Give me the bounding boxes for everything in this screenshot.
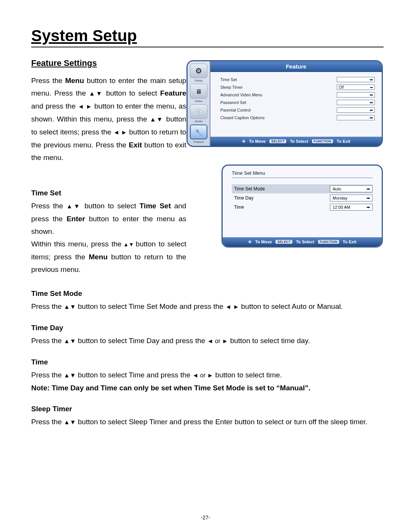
left-right-icon: ◄ ► (225, 304, 239, 310)
up-down-small-icon: ▴ ▾ (124, 241, 133, 248)
feature-tab (190, 125, 207, 139)
up-down-icon: ▲▼ (64, 419, 76, 425)
arrow-right-icon: ➡ (337, 107, 375, 113)
up-down-icon: ▲▼ (64, 372, 76, 379)
arrow-right-icon: ➡ (366, 205, 370, 210)
select-tag: SELECT (276, 240, 292, 244)
day-para: Press the ▲▼ button to select Time Day a… (31, 334, 384, 347)
monitor-icon (196, 87, 202, 96)
tab-label: Setup (195, 79, 203, 82)
sleep-heading: Sleep Timer (31, 405, 384, 413)
tab-label: Video (195, 99, 202, 103)
function-tag: FUNCTION (312, 139, 333, 143)
up-down-icon: ▲▼ (64, 304, 76, 310)
osd2-title: Time Set Menu (232, 170, 373, 178)
left-right-icon: ◄ ► (78, 103, 92, 110)
osd-footer: ✥To Move SELECTTo Select FUNCTIONTo Exit (210, 137, 382, 146)
feature-osd-screenshot: Setup Video Audio Feature Feature Time S… (186, 60, 383, 147)
up-down-icon: ▲▼ (64, 338, 76, 344)
up-down-icon: ▲▼ (150, 116, 164, 123)
timeset-osd-screenshot: Time Set Menu Time Set ModeAuto➡ Time Da… (221, 165, 383, 248)
osd-body: Time Set➡ Sleep TimerOff➡ Advanced Video… (210, 72, 382, 137)
time-para: Press the ▲▼ button to select Time and p… (31, 369, 384, 382)
osd-row: Sleep TimerOff➡ (220, 83, 375, 91)
sleep-para: Press the ▲▼ button to select Sleep Time… (31, 415, 384, 428)
disc-icon (195, 107, 202, 116)
gear-icon (195, 66, 202, 75)
mode-para: Press the ▲▼ button to select Time Set M… (31, 300, 384, 313)
arrow-right-icon: ➡ (337, 92, 375, 97)
left-right-icon: ◄ or ► (193, 372, 213, 379)
osd2-row: Time12:00 AM➡ (232, 203, 373, 212)
page-title: System Setup (31, 27, 384, 45)
time-heading: Time (31, 358, 384, 366)
arrow-right-icon: ➡ (370, 85, 373, 89)
up-down-icon: ▲▼ (67, 203, 81, 209)
page-number: -27- (0, 514, 411, 521)
osd-row: Parental Control➡ (220, 106, 375, 114)
left-right-icon: ◄ or ► (207, 338, 228, 344)
timeset-para-1: Press the ▲▼ button to select Time Set a… (31, 200, 186, 238)
select-tag: SELECT (269, 139, 286, 143)
osd-row: Time Set➡ (220, 76, 375, 83)
day-heading: Time Day (31, 324, 384, 332)
tab-label: Feature (193, 140, 204, 144)
tab-label: Audio (195, 120, 202, 123)
function-tag: FUNCTION (318, 240, 339, 244)
osd2-footer: ✥To Move SELECTTo Select FUNCTIONTo Exit (223, 237, 382, 246)
intro-paragraph: Press the Menu button to enter the main … (31, 74, 186, 164)
move-icon: ✥ (248, 240, 252, 244)
move-icon: ✥ (242, 139, 245, 144)
arrow-right-icon: ➡ (366, 196, 370, 201)
title-rule (31, 46, 384, 48)
up-down-icon: ▲▼ (89, 90, 103, 97)
wrench-icon (195, 128, 202, 136)
arrow-right-icon: ➡ (337, 115, 375, 120)
mode-heading: Time Set Mode (31, 289, 384, 298)
arrow-right-icon: ➡ (337, 100, 375, 105)
audio-tab (190, 104, 207, 119)
osd-row: Closed Caption Options➡ (220, 114, 375, 121)
osd2-row: Time DayMonday➡ (232, 193, 373, 203)
setup-tab (190, 64, 207, 78)
video-tab (190, 84, 207, 98)
timeset-heading: Time Set (31, 189, 186, 197)
left-right-icon: ◄ ► (113, 129, 127, 136)
osd-title: Feature (210, 61, 382, 72)
osd-row: Password Set➡ (220, 99, 375, 106)
osd-sidebar: Setup Video Audio Feature (188, 61, 210, 146)
arrow-right-icon: ➡ (337, 77, 375, 82)
osd2-row: Time Set ModeAuto➡ (232, 184, 373, 193)
timeset-para-2: Within this menu, press the ▴ ▾ button t… (31, 238, 186, 276)
arrow-right-icon: ➡ (366, 187, 370, 192)
osd-row: Advanced Video Menu➡ (220, 91, 375, 99)
time-note: Note: Time Day and Time can only be set … (31, 382, 384, 394)
